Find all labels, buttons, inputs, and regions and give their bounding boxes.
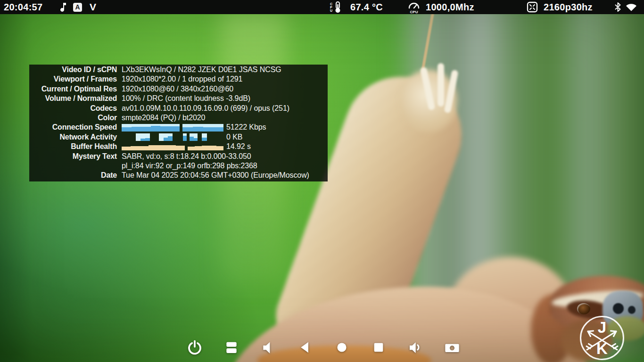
cpu-thermometer-icon: C P U <box>329 0 344 14</box>
back-button[interactable] <box>298 340 312 354</box>
stat-value: pl_i:84 vir:92 or_p:149 orfb:298 pbs:236… <box>122 161 257 171</box>
wifi-icon <box>625 0 637 14</box>
home-button[interactable] <box>335 341 348 354</box>
volume-down-button[interactable] <box>261 340 276 355</box>
stat-row-network-activity: Network Activity 0 KB <box>29 132 328 142</box>
app-v-icon: V <box>90 0 96 14</box>
sloth-nostril <box>613 303 624 314</box>
volume-up-button[interactable] <box>408 340 423 355</box>
jk-watermark-logo: J K <box>580 316 624 360</box>
stat-row-video-id: Video ID / sCPN LXb3EKWsInQ / N282 JZEK … <box>29 65 328 74</box>
screenshot-camera-button[interactable] <box>445 340 460 355</box>
stat-label: Mystery Text <box>29 152 122 161</box>
stat-value: 1920x1080@60 / 3840x2160@60 <box>122 84 233 94</box>
gauge-cpu-label: CPU <box>410 10 418 14</box>
connection-speed-graph <box>122 123 222 132</box>
stat-value: 0 KB <box>226 132 242 142</box>
tv-screen: 20:04:57 A V C P U 67.4 °C CPU <box>0 0 644 362</box>
watermark-letter-j: J <box>598 320 606 335</box>
stat-value: SABR, vd:o, s:8 t:18.24 b:0.000-33.050 <box>122 152 251 161</box>
cpu-temp-value: 67.4 °C <box>350 0 383 14</box>
stat-label <box>29 161 122 171</box>
stat-label: Video ID / sCPN <box>29 65 122 74</box>
stat-value: 1920x1080*2.00 / 1 dropped of 1291 <box>122 74 242 84</box>
stat-row-mystery-text-2: pl_i:84 vir:92 or_p:149 orfb:298 pbs:236… <box>29 161 328 171</box>
sloth-claw <box>438 63 444 107</box>
stat-row-codecs: Codecs av01.0.09M.10.0.110.09.16.09.0 (6… <box>29 104 328 113</box>
stat-value: av01.0.09M.10.0.110.09.16.09.0 (699) / o… <box>122 104 289 113</box>
buffer-health-graph <box>122 142 222 151</box>
display-resolution-icon <box>526 0 538 14</box>
menu-drawer-button[interactable] <box>224 340 239 355</box>
stat-row-connection-speed: Connection Speed 51222 Kbps <box>29 123 328 132</box>
sloth-eye <box>577 303 590 314</box>
stat-label: Connection Speed <box>29 123 122 132</box>
status-bar: 20:04:57 A V C P U 67.4 °C CPU <box>0 0 644 14</box>
watermark-letter-k: K <box>596 341 608 356</box>
stat-value: LXb3EKWsInQ / N282 JZEK D0E1 JSAS NCSG <box>122 65 281 74</box>
stat-row-viewport: Viewport / Frames 1920x1080*2.00 / 1 dro… <box>29 74 328 84</box>
stat-label: Date <box>29 171 122 180</box>
sloth-nostril <box>628 306 636 314</box>
cpu-gauge-icon: CPU <box>406 0 421 14</box>
stat-label: Color <box>29 113 122 123</box>
stat-value: 14.92 s <box>226 142 251 151</box>
recents-button[interactable] <box>372 341 385 354</box>
stat-value: Tue Mar 04 2025 20:04:56 GMT+0300 (Europ… <box>122 171 309 180</box>
stat-row-mystery-text: Mystery Text SABR, vd:o, s:8 t:18.24 b:0… <box>29 152 328 161</box>
stats-for-nerds-panel: Video ID / sCPN LXb3EKWsInQ / N282 JZEK … <box>29 65 328 181</box>
clock: 20:04:57 <box>4 0 42 14</box>
stat-label: Buffer Health <box>29 142 122 151</box>
svg-text:C: C <box>330 2 332 6</box>
power-button[interactable] <box>187 339 203 355</box>
svg-text:P: P <box>330 6 332 9</box>
stat-value: smpte2084 (PQ) / bt2020 <box>122 113 205 123</box>
cpu-freq-value: 1000,0Mhz <box>426 0 474 14</box>
stat-row-color: Color smpte2084 (PQ) / bt2020 <box>29 113 328 123</box>
stat-row-volume: Volume / Normalized 100% / DRC (content … <box>29 94 328 103</box>
display-mode-value: 2160p30hz <box>544 0 593 14</box>
stat-label: Current / Optimal Res <box>29 84 122 94</box>
network-activity-graph <box>122 132 222 142</box>
stat-label: Volume / Normalized <box>29 94 122 103</box>
stat-row-buffer-health: Buffer Health 14.92 s <box>29 142 328 151</box>
stat-label: Network Activity <box>29 132 122 142</box>
stat-row-resolution: Current / Optimal Res 1920x1080@60 / 384… <box>29 84 328 94</box>
stat-value: 51222 Kbps <box>226 123 266 132</box>
bluetooth-icon <box>614 0 621 14</box>
app-a-icon: A <box>73 0 82 14</box>
stat-label: Viewport / Frames <box>29 74 122 84</box>
stat-row-date: Date Tue Mar 04 2025 20:04:56 GMT+0300 (… <box>29 171 328 180</box>
stat-value: 100% / DRC (content loudness -3.9dB) <box>122 94 250 103</box>
svg-text:U: U <box>330 9 332 12</box>
music-note-icon <box>58 0 67 14</box>
stat-label: Codecs <box>29 104 122 113</box>
